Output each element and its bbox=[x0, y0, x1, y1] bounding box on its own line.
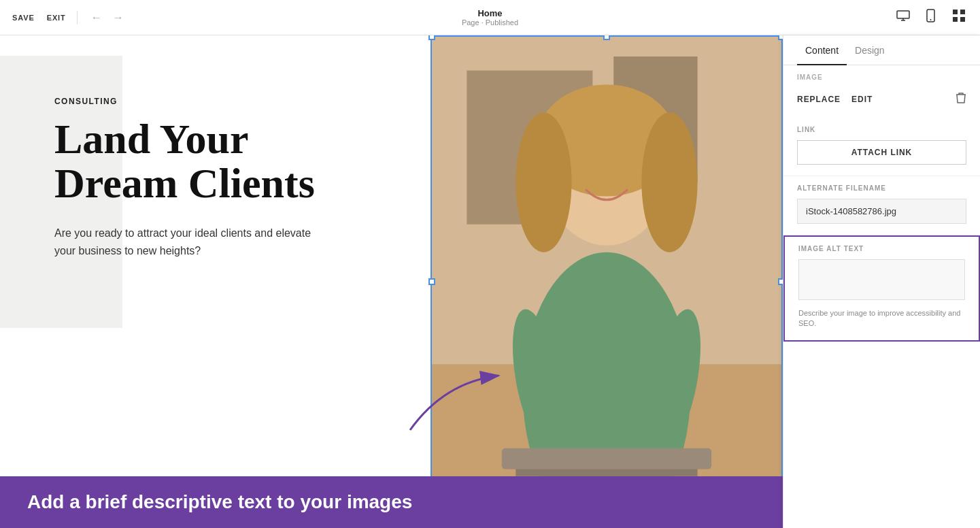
svg-rect-6 bbox=[960, 10, 965, 14]
svg-rect-0 bbox=[897, 11, 909, 18]
image-section-label: Image bbox=[783, 65, 980, 86]
image-actions: REPLACE EDIT bbox=[783, 86, 980, 118]
link-label: LINK bbox=[797, 126, 966, 133]
save-button[interactable]: SAVE bbox=[11, 11, 36, 24]
tab-design[interactable]: Design bbox=[847, 35, 893, 65]
hero-description: Are you ready to attract your ideal clie… bbox=[54, 225, 326, 259]
svg-rect-7 bbox=[953, 17, 958, 22]
handle-top-middle[interactable] bbox=[603, 35, 610, 40]
alt-text-label: IMAGE ALT TEXT bbox=[798, 245, 965, 252]
toolbar-center: Home Page · Published bbox=[462, 8, 518, 27]
desktop-view-button[interactable] bbox=[894, 7, 913, 27]
toolbar-left: SAVE EXIT ← → bbox=[11, 10, 126, 25]
undo-button[interactable]: ← bbox=[88, 10, 105, 25]
toolbar-right bbox=[894, 5, 969, 29]
hero-right bbox=[430, 35, 783, 528]
bottom-banner: Add a brief descriptive text to your ima… bbox=[0, 476, 783, 528]
svg-rect-22 bbox=[502, 448, 711, 469]
redo-button[interactable]: → bbox=[110, 10, 126, 25]
replace-button[interactable]: REPLACE bbox=[797, 95, 841, 104]
tab-content[interactable]: Content bbox=[797, 35, 847, 65]
hero-left: CONSULTING Land Your Dream Clients Are y… bbox=[0, 35, 430, 528]
alt-filename-input[interactable] bbox=[797, 199, 966, 224]
handle-middle-right[interactable] bbox=[778, 278, 783, 285]
consulting-label: CONSULTING bbox=[54, 97, 390, 106]
alt-filename-label: ALTERNATE FILENAME bbox=[797, 184, 966, 192]
hero-text-content: CONSULTING Land Your Dream Clients Are y… bbox=[54, 76, 390, 259]
alt-filename-section: ALTERNATE FILENAME bbox=[783, 176, 980, 235]
attach-link-button[interactable]: ATTACH LINK bbox=[797, 140, 966, 165]
page-canvas: CONSULTING Land Your Dream Clients Are y… bbox=[0, 35, 783, 528]
svg-point-4 bbox=[930, 19, 932, 20]
mobile-view-button[interactable] bbox=[924, 6, 938, 29]
svg-rect-5 bbox=[953, 10, 958, 14]
page-name: Home bbox=[462, 8, 518, 18]
edit-button[interactable]: EDIT bbox=[851, 95, 873, 104]
bottom-banner-text: Add a brief descriptive text to your ima… bbox=[27, 491, 756, 513]
page-status: Page · Published bbox=[462, 18, 518, 27]
link-section: LINK ATTACH LINK bbox=[783, 118, 980, 176]
squarespace-icon-button[interactable] bbox=[949, 5, 969, 29]
svg-point-17 bbox=[516, 112, 571, 252]
delete-button[interactable] bbox=[956, 92, 966, 107]
alt-text-input[interactable] bbox=[798, 259, 965, 300]
alt-text-hint: Describe your image to improve accessibi… bbox=[798, 308, 965, 329]
hero-image-container[interactable] bbox=[430, 35, 783, 528]
svg-rect-8 bbox=[960, 17, 965, 22]
panel-body: Image REPLACE EDIT LINK ATTACH LINK ALTE… bbox=[783, 65, 980, 528]
undo-redo-group: ← → bbox=[88, 10, 126, 25]
handle-top-right[interactable] bbox=[778, 35, 783, 40]
hero-image bbox=[432, 37, 781, 527]
alt-text-section: IMAGE ALT TEXT Describe your image to im… bbox=[783, 235, 980, 342]
toolbar: SAVE EXIT ← → Home Page · Published bbox=[0, 0, 980, 35]
main-area: CONSULTING Land Your Dream Clients Are y… bbox=[0, 35, 980, 528]
hero-title: Land Your Dream Clients bbox=[54, 117, 390, 205]
svg-point-18 bbox=[641, 112, 697, 252]
handle-top-left[interactable] bbox=[428, 35, 435, 40]
panel-tabs: Content Design bbox=[783, 35, 980, 65]
exit-button[interactable]: EXIT bbox=[47, 14, 66, 22]
right-panel: Content Design Image REPLACE EDIT LINK A… bbox=[783, 35, 980, 528]
hero-section: CONSULTING Land Your Dream Clients Are y… bbox=[0, 35, 783, 528]
toolbar-divider bbox=[77, 11, 78, 24]
handle-middle-left[interactable] bbox=[428, 278, 435, 285]
